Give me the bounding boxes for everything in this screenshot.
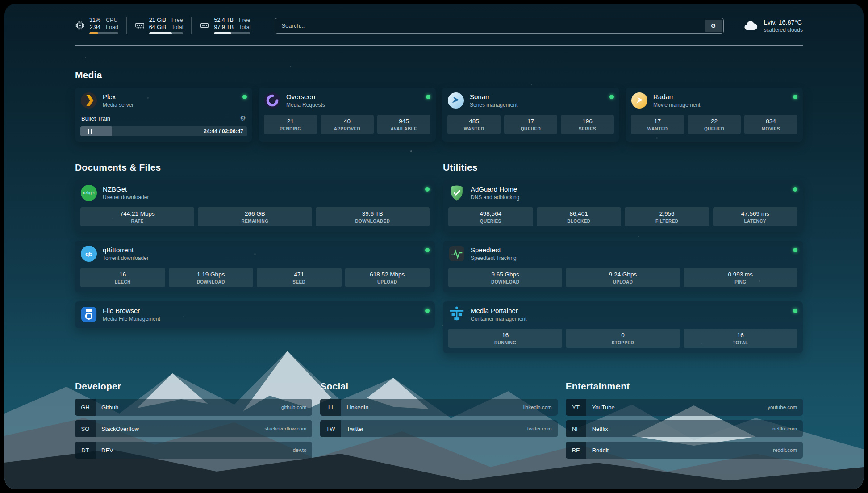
stat-remaining: 266 GB REMAINING	[198, 207, 312, 226]
speedtest-icon	[448, 245, 465, 262]
status-dot	[426, 95, 430, 99]
filebrowser-icon	[80, 306, 97, 323]
status-dot	[425, 309, 430, 313]
section-title-utilities: Utilities	[443, 162, 803, 173]
service-name: Sonarr	[470, 93, 517, 100]
search-provider-button[interactable]: G	[705, 20, 722, 32]
stat-wanted: 17 WANTED	[631, 115, 684, 134]
card-speedtest[interactable]: Speedtest Speedtest Tracking 9.65 Gbps D…	[443, 241, 803, 292]
card-overseerr[interactable]: Overseerr Media Requests 21 PENDING 40 A…	[259, 88, 436, 142]
qbittorrent-icon: qb	[80, 245, 97, 262]
service-subtitle: Usenet downloader	[103, 194, 149, 201]
service-subtitle: Speedtest Tracking	[471, 255, 517, 261]
status-dot	[609, 95, 614, 99]
cloud-icon	[743, 18, 759, 34]
service-subtitle: Series management	[470, 102, 517, 108]
stat-queued: 17 QUEUED	[504, 115, 557, 134]
cpu-usage-value: 31%	[89, 17, 100, 23]
card-nzbget[interactable]: nzbget NZBGet Usenet downloader 744.21 M…	[75, 180, 435, 232]
stat-available: 945 AVAILABLE	[377, 115, 430, 134]
stat-movies: 834 MOVIES	[744, 115, 797, 134]
stat-stopped: 0 STOPPED	[566, 329, 680, 348]
plex-icon	[80, 92, 97, 109]
weather-widget: Lviv, 16.87°C scattered clouds	[743, 18, 803, 34]
portainer-icon	[448, 306, 465, 323]
bookmark-reddit[interactable]: RE Reddit reddit.com	[566, 442, 803, 459]
cpu-widget: 31% 2.94 CPU Load	[75, 17, 126, 34]
stat-rate: 744.21 Mbps RATE	[80, 207, 194, 226]
stat-blocked: 86,401 BLOCKED	[537, 207, 622, 226]
service-name: qBittorrent	[103, 246, 149, 254]
service-subtitle: Media File Management	[103, 316, 160, 322]
bookmark-linkedin[interactable]: LI LinkedIn linkedin.com	[320, 399, 557, 416]
sonarr-icon	[447, 92, 464, 109]
bookmark-youtube[interactable]: YT YouTube youtube.com	[566, 399, 803, 416]
service-subtitle: Media server	[103, 102, 134, 108]
bookmark-netflix[interactable]: NF Netflix netflix.com	[566, 420, 803, 437]
stat-queries: 498,564 QUERIES	[448, 207, 533, 226]
service-name: Media Portainer	[471, 307, 526, 314]
service-subtitle: Media Requests	[286, 102, 325, 108]
card-radarr[interactable]: Radarr Movie management 17 WANTED 22 QUE…	[626, 88, 803, 142]
cpu-progress-bar	[89, 32, 118, 34]
bookmark-github[interactable]: GH Github github.com	[75, 399, 312, 416]
card-filebrowser[interactable]: File Browser Media File Management	[75, 301, 435, 328]
section-title-documents: Documents & Files	[75, 162, 435, 173]
stat-download: 1.19 Gbps DOWNLOAD	[169, 268, 254, 287]
gear-icon[interactable]: ⚙	[240, 114, 246, 122]
service-name: Radarr	[653, 93, 700, 100]
cpu-usage-label: CPU	[106, 17, 118, 23]
memory-widget: 21 GiB 64 GiB Free Total	[126, 17, 192, 34]
card-plex[interactable]: Plex Media server Bullet Train ⚙ 24:44 /…	[75, 88, 252, 142]
stat-leech: 16 LEECH	[80, 268, 165, 287]
radarr-icon	[631, 92, 648, 109]
bookmarks-entertainment: Entertainment YT YouTube youtube.com NF …	[566, 381, 803, 463]
memory-total-value: 64 GiB	[149, 24, 166, 30]
card-sonarr[interactable]: Sonarr Series management 485 WANTED 17 Q…	[442, 88, 619, 142]
stat-filtered: 2,956 FILTERED	[625, 207, 709, 226]
disk-free-label: Free	[239, 17, 250, 23]
stat-downloaded: 39.6 TB DOWNLOADED	[316, 207, 430, 226]
stat-total: 16 TOTAL	[684, 329, 797, 348]
stat-approved: 40 APPROVED	[321, 115, 374, 134]
pause-button[interactable]	[80, 126, 99, 136]
stat-seed: 471 SEED	[257, 268, 342, 287]
disk-total-label: Total	[239, 24, 250, 30]
card-portainer[interactable]: Media Portainer Container management 16 …	[443, 301, 803, 353]
memory-total-label: Total	[171, 24, 183, 30]
card-adguard[interactable]: AdGuard Home DNS and adblocking 498,564 …	[443, 180, 803, 232]
service-name: Speedtest	[471, 246, 517, 254]
search-input[interactable]	[275, 18, 723, 34]
memory-icon	[135, 21, 145, 30]
overseerr-icon	[264, 92, 281, 109]
snow-particles	[4, 4, 5, 4]
cpu-icon	[75, 21, 85, 30]
cpu-load-label: Load	[106, 24, 118, 30]
adguard-icon	[448, 184, 465, 201]
memory-free-value: 21 GiB	[149, 17, 166, 23]
disk-total-value: 97.9 TB	[214, 24, 234, 30]
svg-text:nzbget: nzbget	[83, 191, 95, 195]
memory-progress-bar	[149, 32, 184, 34]
playback-progress-bar: 24:44 / 02:06:47	[80, 126, 247, 136]
stat-queued: 22 QUEUED	[688, 115, 741, 134]
stat-pending: 21 PENDING	[264, 115, 317, 134]
status-dot	[793, 187, 797, 192]
cpu-load-value: 2.94	[90, 24, 100, 30]
playback-time: 24:44 / 02:06:47	[204, 128, 243, 134]
stat-upload: 618.52 Mbps UPLOAD	[345, 268, 430, 287]
service-name: NZBGet	[103, 185, 149, 193]
bookmark-stackoverflow[interactable]: SO StackOverflow stackoverflow.com	[75, 420, 312, 437]
section-title-entertainment: Entertainment	[566, 381, 803, 392]
nzbget-icon: nzbget	[80, 184, 97, 201]
service-name: AdGuard Home	[471, 185, 519, 193]
header-divider	[75, 45, 803, 46]
card-qbittorrent[interactable]: qb qBittorrent Torrent downloader 16 LEE…	[75, 241, 435, 292]
disk-progress-bar	[214, 32, 250, 34]
search-bar: G	[275, 18, 723, 34]
disk-icon	[200, 21, 209, 30]
bookmark-twitter[interactable]: TW Twitter twitter.com	[320, 420, 557, 437]
bookmark-dev[interactable]: DT DEV dev.to	[75, 442, 312, 459]
service-name: Overseerr	[286, 93, 325, 100]
section-title-developer: Developer	[75, 381, 312, 392]
